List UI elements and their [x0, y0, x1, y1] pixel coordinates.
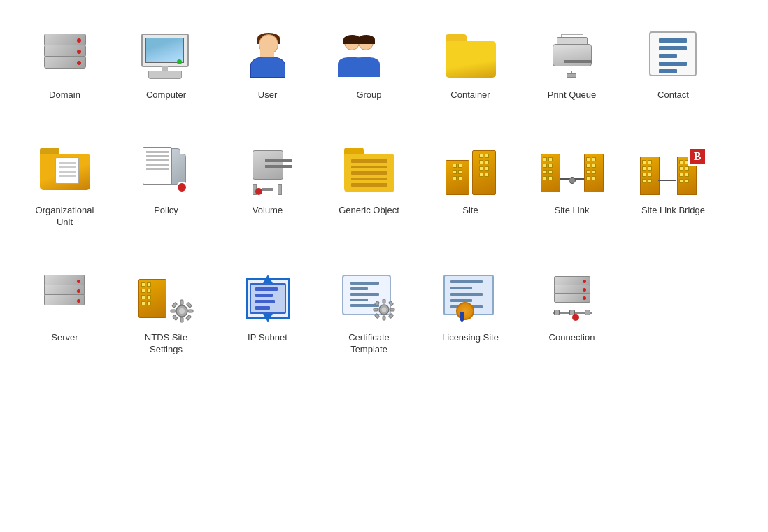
ip-subnet-icon [243, 275, 293, 322]
svg-rect-2 [180, 300, 183, 305]
slb-badge: B [688, 148, 706, 166]
contact-item[interactable]: Contact [623, 28, 724, 101]
connection-item[interactable]: Connection [521, 271, 623, 344]
generic-object-label: Generic Object [339, 205, 399, 217]
computer-icon [141, 34, 192, 79]
ou-item[interactable]: OrganizationalUnit [14, 143, 115, 229]
site-link-bridge-icon: B [640, 148, 706, 195]
svg-rect-14 [374, 308, 378, 311]
licensing-site-icon [443, 275, 498, 322]
connection-icon [547, 275, 597, 322]
computer-item[interactable]: Computer [115, 28, 217, 101]
svg-point-1 [179, 308, 185, 314]
site-link-label: Site Link [555, 205, 590, 217]
svg-rect-5 [188, 310, 193, 312]
computer-label: Computer [146, 89, 186, 101]
ou-icon [40, 148, 90, 195]
svg-rect-16 [374, 301, 379, 305]
licensing-site-label: Licensing Site [442, 332, 499, 344]
svg-point-11 [381, 307, 386, 312]
server-item[interactable]: Server [14, 271, 115, 344]
svg-rect-15 [390, 308, 394, 311]
user-label: User [258, 89, 277, 101]
icon-row-2: OrganizationalUnit [14, 143, 754, 229]
svg-rect-6 [171, 302, 177, 308]
icon-grid: Domain Computer [14, 28, 754, 355]
print-queue-item[interactable]: Print Queue [521, 28, 623, 101]
policy-label: Policy [154, 205, 178, 217]
site-link-bridge-item[interactable]: B Site Link Bridge [623, 143, 724, 217]
domain-icon [41, 34, 90, 79]
ou-label: OrganizationalUnit [36, 205, 94, 229]
generic-object-icon [344, 148, 394, 195]
ntds-site-settings-icon [138, 273, 194, 324]
certificate-template-icon [342, 275, 397, 322]
ip-subnet-label: IP Subnet [248, 332, 287, 344]
generic-object-item[interactable]: Generic Object [318, 143, 420, 217]
svg-rect-18 [374, 313, 379, 318]
svg-rect-17 [388, 301, 393, 305]
svg-rect-12 [383, 299, 385, 303]
certificate-template-label: CertificateTemplate [348, 332, 390, 356]
contact-icon [649, 31, 698, 80]
svg-rect-13 [383, 316, 385, 320]
icon-row-1: Domain Computer [14, 28, 754, 101]
domain-item[interactable]: Domain [14, 28, 115, 101]
user-item[interactable]: User [217, 28, 318, 101]
svg-rect-19 [388, 313, 393, 318]
server-icon [42, 275, 87, 322]
site-item[interactable]: Site [420, 143, 521, 217]
container-item[interactable]: Container [420, 28, 521, 101]
contact-label: Contact [657, 89, 689, 101]
ntds-site-settings-label: NTDS SiteSettings [145, 332, 187, 356]
site-link-item[interactable]: Site Link [521, 143, 623, 217]
site-link-icon [541, 148, 604, 195]
user-icon [245, 31, 290, 80]
container-icon [446, 34, 496, 78]
policy-item[interactable]: Policy [115, 143, 217, 217]
group-item[interactable]: Group [318, 28, 420, 101]
ntds-site-settings-item[interactable]: NTDS SiteSettings [115, 271, 217, 356]
policy-icon [141, 147, 192, 196]
domain-label: Domain [49, 89, 80, 101]
site-label: Site [462, 205, 478, 217]
print-queue-label: Print Queue [548, 89, 596, 101]
svg-rect-3 [180, 317, 183, 322]
server-label: Server [51, 332, 78, 344]
svg-rect-4 [171, 310, 176, 312]
site-link-bridge-label: Site Link Bridge [641, 205, 705, 217]
group-label: Group [356, 89, 381, 101]
group-icon [344, 31, 394, 80]
volume-item[interactable]: Volume [217, 143, 318, 217]
print-queue-icon [547, 34, 597, 78]
icon-row-3: Server [14, 271, 754, 356]
svg-rect-7 [186, 302, 192, 308]
volume-icon [243, 148, 293, 195]
connection-label: Connection [549, 332, 595, 344]
container-label: Container [450, 89, 490, 101]
volume-label: Volume [253, 205, 283, 217]
site-icon [446, 148, 496, 195]
svg-rect-9 [185, 315, 191, 320]
licensing-site-item[interactable]: Licensing Site [420, 271, 521, 344]
ip-subnet-item[interactable]: IP Subnet [217, 271, 318, 344]
svg-rect-8 [172, 315, 178, 320]
certificate-template-item[interactable]: CertificateTemplate [318, 271, 420, 356]
